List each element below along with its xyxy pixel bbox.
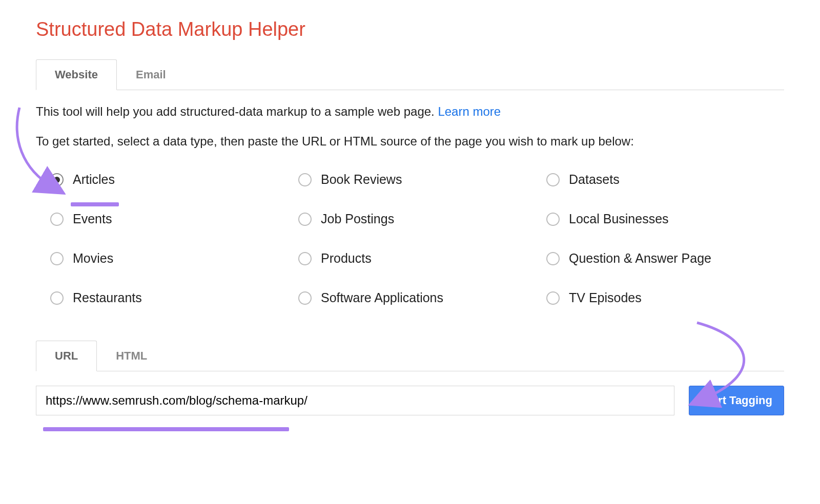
radio-label: Job Postings <box>321 212 394 226</box>
tab-html[interactable]: HTML <box>97 341 166 371</box>
radio-circle-icon <box>546 173 560 186</box>
radio-software-applications[interactable]: Software Applications <box>298 290 536 305</box>
radio-circle-icon <box>298 173 312 186</box>
radio-label: Articles <box>73 172 115 187</box>
radio-datasets[interactable]: Datasets <box>546 172 784 187</box>
underline-url-annotation <box>43 427 289 431</box>
radio-label: Question & Answer Page <box>569 251 711 266</box>
radio-restaurants[interactable]: Restaurants <box>50 290 288 305</box>
data-type-radio-group: Articles Book Reviews Datasets Events Jo… <box>36 172 784 305</box>
main-tab-row: Website Email <box>36 59 784 90</box>
intro-text: This tool will help you add structured-d… <box>36 104 784 119</box>
url-input[interactable] <box>36 386 674 415</box>
radio-qa-page[interactable]: Question & Answer Page <box>546 251 784 266</box>
radio-book-reviews[interactable]: Book Reviews <box>298 172 536 187</box>
radio-label: Datasets <box>569 172 620 187</box>
tab-url[interactable]: URL <box>36 341 97 371</box>
radio-label: Software Applications <box>321 290 443 305</box>
radio-label: Local Businesses <box>569 212 669 226</box>
radio-circle-icon <box>546 252 560 265</box>
radio-label: Events <box>73 212 112 226</box>
radio-label: Book Reviews <box>321 172 402 187</box>
radio-local-businesses[interactable]: Local Businesses <box>546 212 784 226</box>
radio-label: TV Episodes <box>569 290 642 305</box>
radio-circle-icon <box>50 213 64 226</box>
page-title: Structured Data Markup Helper <box>36 18 784 40</box>
radio-tv-episodes[interactable]: TV Episodes <box>546 290 784 305</box>
radio-circle-icon <box>298 213 312 226</box>
radio-circle-icon <box>50 173 64 186</box>
source-tab-row: URL HTML <box>36 340 784 371</box>
radio-movies[interactable]: Movies <box>50 251 288 266</box>
radio-circle-icon <box>546 291 560 305</box>
radio-label: Movies <box>73 251 113 266</box>
radio-articles[interactable]: Articles <box>50 172 288 187</box>
tab-website[interactable]: Website <box>36 59 117 90</box>
start-tagging-button[interactable]: Start Tagging <box>689 386 784 415</box>
intro-text-before-link: This tool will help you add structured-d… <box>36 104 438 118</box>
radio-circle-icon <box>298 291 312 305</box>
intro-subline: To get started, select a data type, then… <box>36 134 784 149</box>
radio-circle-icon <box>50 252 64 265</box>
radio-circle-icon <box>298 252 312 265</box>
url-input-row: Start Tagging <box>36 386 784 415</box>
radio-job-postings[interactable]: Job Postings <box>298 212 536 226</box>
radio-events[interactable]: Events <box>50 212 288 226</box>
learn-more-link[interactable]: Learn more <box>438 104 501 118</box>
radio-circle-icon <box>546 213 560 226</box>
tab-email[interactable]: Email <box>117 59 185 90</box>
radio-label: Restaurants <box>73 290 142 305</box>
radio-circle-icon <box>50 291 64 305</box>
radio-label: Products <box>321 251 372 266</box>
radio-products[interactable]: Products <box>298 251 536 266</box>
